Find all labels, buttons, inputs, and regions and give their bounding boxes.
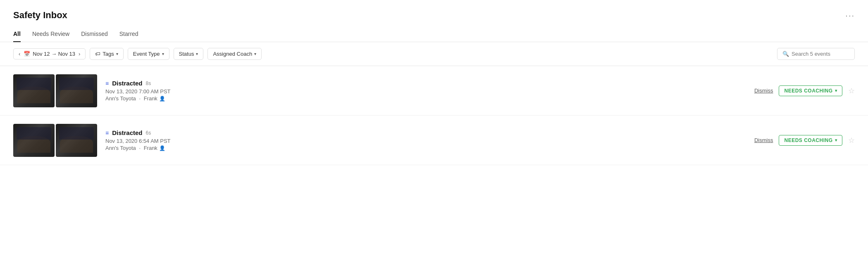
tab-dismissed[interactable]: Dismissed — [81, 27, 108, 42]
assigned-coach-chevron-icon: ▾ — [254, 52, 256, 56]
date-range-picker[interactable]: ‹ 📅 Nov 12 → Nov 13 › — [13, 48, 86, 59]
event-thumbnail — [13, 74, 97, 107]
event-type-chevron-icon: ▾ — [162, 52, 164, 56]
star-button[interactable]: ☆ — [848, 136, 855, 145]
tag-icon: 🏷 — [95, 51, 100, 57]
event-type-icon: ≡ — [105, 130, 109, 136]
driver-icon: 👤 — [159, 96, 165, 102]
date-prev-button[interactable]: ‹ — [18, 51, 21, 57]
event-datetime: Nov 13, 2020 6:54 AM PST — [105, 138, 746, 144]
event-info: ≡ Distracted 6s Nov 13, 2020 6:54 AM PST… — [105, 129, 746, 151]
tab-all[interactable]: All — [13, 27, 21, 42]
dismiss-button[interactable]: Dismiss — [754, 88, 773, 94]
thumbnail-right[interactable] — [56, 124, 97, 157]
search-input[interactable] — [792, 51, 849, 57]
tags-label: Tags — [103, 51, 114, 57]
event-title-row: ≡ Distracted 8s — [105, 80, 746, 87]
tab-needs-review[interactable]: Needs Review — [32, 27, 69, 42]
thumbnail-left[interactable] — [13, 74, 55, 107]
event-title: Distracted — [112, 129, 142, 136]
needs-coaching-button[interactable]: NEEDS COACHING ▾ — [779, 85, 842, 96]
event-duration: 8s — [146, 80, 151, 86]
needs-coaching-button[interactable]: NEEDS COACHING ▾ — [779, 135, 842, 146]
event-info: ≡ Distracted 8s Nov 13, 2020 7:00 AM PST… — [105, 80, 746, 102]
event-duration: 6s — [146, 130, 151, 136]
event-type-filter-button[interactable]: Event Type ▾ — [128, 48, 169, 60]
event-type-icon: ≡ — [105, 80, 109, 87]
page-title: Safety Inbox — [13, 10, 67, 21]
status-chevron-icon: ▾ — [196, 52, 198, 56]
coaching-chevron-icon: ▾ — [835, 88, 837, 93]
assigned-coach-label: Assigned Coach — [213, 51, 252, 57]
page-header: Safety Inbox ··· — [0, 0, 868, 21]
event-location-driver: Ann's Toyota · Frank 👤 — [105, 145, 746, 151]
tab-starred[interactable]: Starred — [119, 27, 138, 42]
calendar-icon: 📅 — [24, 51, 30, 57]
event-thumbnail — [13, 124, 97, 157]
thumbnail-right[interactable] — [56, 74, 97, 107]
assigned-coach-filter-button[interactable]: Assigned Coach ▾ — [207, 48, 262, 60]
date-next-button[interactable]: › — [78, 51, 81, 57]
event-type-label: Event Type — [133, 51, 160, 57]
status-filter-button[interactable]: Status ▾ — [174, 48, 204, 60]
driver-icon: 👤 — [159, 145, 165, 151]
event-row: ≡ Distracted 6s Nov 13, 2020 6:54 AM PST… — [0, 116, 868, 165]
event-row: ≡ Distracted 8s Nov 13, 2020 7:00 AM PST… — [0, 66, 868, 116]
event-datetime: Nov 13, 2020 7:00 AM PST — [105, 88, 746, 95]
tags-chevron-icon: ▾ — [116, 52, 118, 56]
search-box[interactable]: 🔍 — [777, 48, 855, 60]
coaching-label: NEEDS COACHING — [784, 137, 832, 143]
star-button[interactable]: ☆ — [848, 86, 855, 95]
filters-bar: ‹ 📅 Nov 12 → Nov 13 › 🏷 Tags ▾ Event Typ… — [0, 42, 868, 66]
tabs-bar: All Needs Review Dismissed Starred — [0, 27, 868, 42]
more-options-icon[interactable]: ··· — [845, 11, 855, 20]
status-label: Status — [179, 51, 194, 57]
event-location-driver: Ann's Toyota · Frank 👤 — [105, 95, 746, 102]
event-actions: Dismiss NEEDS COACHING ▾ ☆ — [754, 135, 855, 146]
dismiss-button[interactable]: Dismiss — [754, 137, 773, 143]
event-list: ≡ Distracted 8s Nov 13, 2020 7:00 AM PST… — [0, 66, 868, 165]
event-title: Distracted — [112, 80, 142, 87]
coaching-chevron-icon: ▾ — [835, 138, 837, 142]
search-icon: 🔍 — [782, 51, 789, 57]
event-actions: Dismiss NEEDS COACHING ▾ ☆ — [754, 85, 855, 96]
event-title-row: ≡ Distracted 6s — [105, 129, 746, 136]
thumbnail-left[interactable] — [13, 124, 55, 157]
tags-filter-button[interactable]: 🏷 Tags ▾ — [90, 48, 123, 60]
coaching-label: NEEDS COACHING — [784, 88, 832, 94]
date-range-label: Nov 12 → Nov 13 — [33, 51, 75, 57]
